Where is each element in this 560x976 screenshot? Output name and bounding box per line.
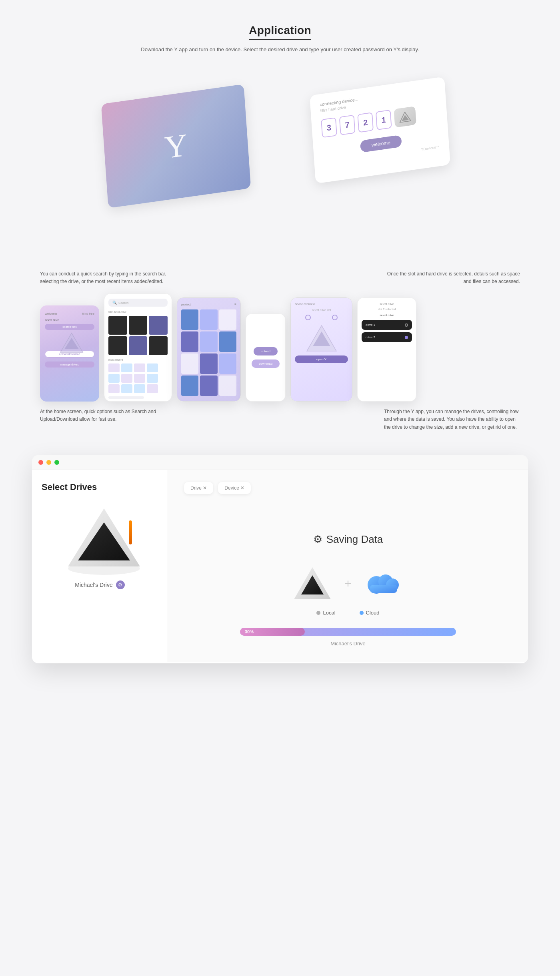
caption-right: Once the slot and hard drive is selected… xyxy=(384,270,520,285)
open-y-btn[interactable]: open Y xyxy=(295,355,348,363)
file-list-row-1 xyxy=(108,363,168,372)
page-wrapper: Application Download the Y app and turn … xyxy=(0,0,560,703)
folder-4 xyxy=(181,331,198,352)
progress-indicator xyxy=(108,396,144,399)
folder-7 xyxy=(181,353,198,374)
save-device-icon xyxy=(292,566,332,602)
device-3d xyxy=(64,504,136,572)
recent-label: most recent xyxy=(108,358,168,361)
slot-row xyxy=(295,315,348,320)
project-label: project xyxy=(181,303,191,306)
project-menu: ≡ xyxy=(234,303,236,306)
slot-circle-1[interactable] xyxy=(305,315,311,320)
recent-file-6 xyxy=(121,374,132,383)
recent-file-12 xyxy=(147,384,158,393)
file-thumb-3 xyxy=(149,316,168,335)
device-select-top: device overview xyxy=(295,303,348,305)
caption-left: You can conduct a quick search by typing… xyxy=(40,270,176,285)
search-drive-label: fillrs hard drive xyxy=(108,311,168,313)
y-logo: Y xyxy=(163,126,189,166)
progress-label: 30% xyxy=(245,629,254,634)
slot-circle-2[interactable] xyxy=(332,315,338,320)
welcome-button[interactable]: welcome xyxy=(360,135,402,153)
hero-area: Y connecting device... fillrs hard drive… xyxy=(32,70,528,246)
drive-card-2[interactable]: drive 2 xyxy=(362,332,412,342)
screenshots-caption-row: You can conduct a quick search by typing… xyxy=(32,270,528,285)
drive-2-label: drive 2 xyxy=(366,335,375,339)
drive-1-dot xyxy=(405,323,408,327)
home-free-label: fillrs free xyxy=(82,312,94,315)
save-data-icons: + xyxy=(292,566,404,602)
file-thumb-2 xyxy=(129,316,148,335)
manage-drives-btn[interactable]: manage drives xyxy=(45,361,94,368)
gear-icon[interactable]: ⚙ xyxy=(116,580,125,589)
bottom-caption-left: At the home screen, quick options such a… xyxy=(40,408,176,431)
folder-5 xyxy=(200,331,217,352)
inner-window-tabs: Drive ✕ Device ✕ xyxy=(184,482,512,494)
screen-blank: upload download xyxy=(246,313,286,402)
traffic-light-green[interactable] xyxy=(54,460,59,465)
recent-file-8 xyxy=(147,374,158,383)
download-btn[interactable]: download xyxy=(252,359,280,368)
gear-icon-large: ⚙ xyxy=(313,533,322,546)
file-thumb-6 xyxy=(149,336,168,355)
device-name-label: Michael's Drive xyxy=(75,582,112,588)
screen-search: 🔍 Search fillrs hard drive most recent xyxy=(104,293,172,402)
slot-selected-label: slot 2 selected xyxy=(362,308,412,311)
file-list-row-2 xyxy=(108,374,168,383)
slot-label: select drive slot xyxy=(295,309,348,311)
plus-sign: + xyxy=(344,577,352,590)
folder-9 xyxy=(219,353,236,374)
upload-btn[interactable]: upload xyxy=(254,347,278,355)
recent-file-7 xyxy=(134,374,145,383)
page-subtitle: Download the Y app and turn on the devic… xyxy=(32,46,528,54)
local-text: Local xyxy=(323,610,335,616)
desktop-window: Select Drives xyxy=(32,455,528,663)
folder-10 xyxy=(181,376,198,396)
screen-device-select: device overview select drive slot open Y xyxy=(290,297,352,402)
svg-rect-14 xyxy=(370,585,397,593)
search-placeholder: Search xyxy=(118,301,128,305)
cloud-label: Cloud xyxy=(360,610,380,616)
folder-11 xyxy=(200,376,217,396)
tab-drive[interactable]: Drive ✕ xyxy=(184,482,213,494)
device-stripe xyxy=(129,520,132,544)
traffic-light-red[interactable] xyxy=(38,460,43,465)
pin-box-2: 7 xyxy=(339,114,356,135)
drive-name-bottom: Michael's Drive xyxy=(330,641,366,647)
screenshots-bottom-caption: At the home screen, quick options such a… xyxy=(32,402,528,431)
screen-home: welcome fillrs free select drive search … xyxy=(40,305,99,402)
local-dot xyxy=(316,611,320,615)
folder-12 xyxy=(219,376,236,396)
recent-file-10 xyxy=(121,384,132,393)
search-bar-mock[interactable]: 🔍 Search xyxy=(108,299,168,307)
folder-2 xyxy=(200,309,217,330)
home-top-bar: welcome fillrs free xyxy=(45,312,94,315)
drive-list-top: select drive xyxy=(362,303,412,305)
search-files-btn[interactable]: search files xyxy=(45,324,94,330)
desktop-content: Select Drives xyxy=(32,470,528,662)
recent-file-9 xyxy=(108,384,120,393)
section-header: Application Download the Y app and turn … xyxy=(32,24,528,54)
page-title: Application xyxy=(249,24,311,40)
desktop-sidebar: Select Drives xyxy=(32,470,168,662)
traffic-light-yellow[interactable] xyxy=(46,460,51,465)
pin-device xyxy=(394,106,416,128)
pin-box-4: 1 xyxy=(376,110,392,130)
drive-1-label: drive 1 xyxy=(366,323,375,327)
drive-card-1[interactable]: drive 1 xyxy=(362,320,412,330)
recent-file-11 xyxy=(134,384,145,393)
folder-1 xyxy=(181,309,198,330)
hero-card-right: connecting device... fillrs hard drive 3… xyxy=(310,76,450,183)
window-title-bar xyxy=(32,455,528,470)
bottom-caption-right: Through the Y app, you can manage the dr… xyxy=(384,408,520,431)
search-icon: 🔍 xyxy=(112,301,117,305)
tab-device[interactable]: Device ✕ xyxy=(218,482,251,494)
folder-grid xyxy=(181,309,236,396)
desktop-main: Drive ✕ Device ✕ ⚙ Saving Data xyxy=(168,470,528,662)
file-thumb-5 xyxy=(129,336,148,355)
select-drive-label: select drive xyxy=(362,314,412,317)
device-y-icon xyxy=(399,111,412,123)
file-list-row-3 xyxy=(108,384,168,393)
file-thumb-1 xyxy=(108,316,127,335)
